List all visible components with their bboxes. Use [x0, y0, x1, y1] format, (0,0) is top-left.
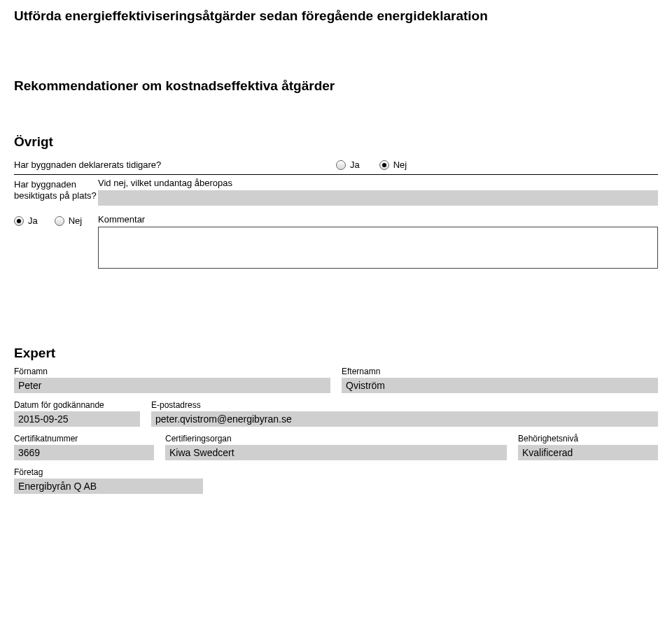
undantag-field[interactable]	[98, 190, 658, 206]
epost-value: peter.qvistrom@energibyran.se	[151, 411, 658, 427]
radio-icon	[14, 216, 24, 226]
tidigare-question: Har byggnaden deklarerats tidigare?	[14, 159, 336, 170]
organ-field: Certifieringsorgan Kiwa Swedcert	[165, 434, 507, 460]
radio-label: Ja	[350, 159, 360, 170]
certnr-value: 3669	[14, 445, 154, 460]
organ-value: Kiwa Swedcert	[165, 445, 507, 460]
epost-field: E-postadress peter.qvistrom@energibyran.…	[151, 400, 658, 427]
tidigare-row: Har byggnaden deklarerats tidigare? Ja N…	[14, 155, 658, 175]
undantag-label: Vid nej, vilket undantag åberopas	[98, 178, 658, 188]
datum-value: 2015-09-25	[14, 411, 140, 427]
efternamn-value: Qviström	[342, 378, 658, 393]
datum-field: Datum för godkännande 2015-09-25	[14, 400, 140, 427]
efternamn-label: Efternamn	[342, 367, 658, 376]
radio-label: Nej	[69, 215, 83, 226]
radio-label: Ja	[28, 215, 38, 226]
radio-label: Nej	[393, 159, 407, 170]
foretag-label: Företag	[14, 467, 203, 477]
radio-icon	[379, 160, 389, 170]
besiktigats-nej-radio[interactable]: Nej	[55, 215, 83, 226]
ovrigt-title: Övrigt	[14, 134, 658, 150]
niva-label: Behörighetsnivå	[518, 434, 658, 444]
epost-label: E-postadress	[151, 400, 658, 410]
radio-icon	[55, 216, 64, 226]
tidigare-nej-radio[interactable]: Nej	[379, 159, 407, 170]
kommentar-label: Kommentar	[98, 214, 658, 225]
besiktigats-label: Har byggnaden besiktigats på plats?	[14, 178, 98, 202]
fornamn-value: Peter	[14, 378, 330, 393]
fornamn-label: Förnamn	[14, 367, 330, 376]
expert-title: Expert	[14, 346, 658, 361]
tidigare-ja-radio[interactable]: Ja	[336, 159, 360, 170]
foretag-field: Företag Energibyrån Q AB	[14, 467, 203, 494]
organ-label: Certifieringsorgan	[165, 434, 507, 444]
niva-value: Kvalificerad	[518, 445, 658, 460]
rekom-title: Rekommendationer om kostnadseffektiva åt…	[14, 78, 658, 94]
datum-label: Datum för godkännande	[14, 400, 140, 410]
efternamn-field: Efternamn Qviström	[342, 367, 658, 393]
fornamn-field: Förnamn Peter	[14, 367, 330, 393]
besiktigats-ja-radio[interactable]: Ja	[14, 215, 38, 226]
utforda-title: Utförda energieffektiviseringsåtgärder s…	[14, 8, 658, 24]
foretag-value: Energibyrån Q AB	[14, 478, 203, 494]
certnr-label: Certifikatnummer	[14, 434, 154, 444]
kommentar-field[interactable]	[98, 227, 658, 269]
certnr-field: Certifikatnummer 3669	[14, 434, 154, 460]
niva-field: Behörighetsnivå Kvalificerad	[518, 434, 658, 460]
radio-icon	[336, 160, 346, 170]
